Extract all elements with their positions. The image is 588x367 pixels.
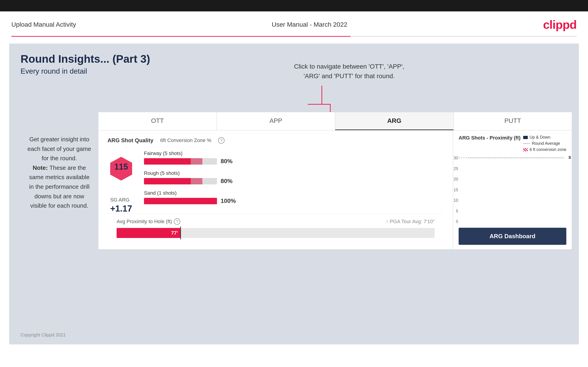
legend-square-updown	[523, 136, 528, 139]
hex-badge: 115	[107, 155, 135, 179]
bar-fill-fairway	[144, 158, 202, 165]
bar-pct-sand: 100%	[221, 197, 237, 204]
left-description: Get greater insight into each facet of y…	[27, 135, 91, 211]
hex-bars-container: 115 SG ARG +1.17 Fairway (5 shots)	[107, 150, 444, 214]
legend-label-conversion: 6 ft conversion zone	[530, 147, 566, 152]
bar-chart-area: 8	[468, 158, 564, 158]
sg-label: SG ARG	[110, 197, 132, 203]
bar-wrapper-fairway: 80%	[144, 158, 444, 165]
proximity-cursor	[180, 226, 181, 239]
legend-label-updown: Up & Down	[530, 135, 550, 140]
bar-wrapper-sand: 100%	[144, 197, 444, 204]
bar-row-rough: Rough (5 shots) 80%	[144, 170, 444, 185]
arrow-horizontal	[308, 104, 331, 105]
chart-header: ARG Shots - Proximity (ft) Up & Down Rou…	[459, 135, 566, 152]
bar-track-sand	[144, 198, 217, 204]
bar-pct-rough: 80%	[221, 178, 237, 185]
right-panel: ARG Shots - Proximity (ft) Up & Down Rou…	[453, 130, 572, 249]
header-divider	[11, 36, 577, 37]
chart-legend: Up & Down Round Average 6 ft conversion …	[523, 135, 566, 152]
tab-ott[interactable]: OTT	[98, 112, 217, 130]
legend-dashed-line	[523, 143, 530, 144]
bar-track-fairway	[144, 158, 217, 165]
legend-item-round-avg: Round Average	[523, 141, 566, 146]
proximity-value: 77'	[171, 230, 178, 236]
bar-fill-rough	[144, 178, 202, 184]
bar-label-rough: Rough (5 shots)	[144, 170, 444, 176]
bar-track-rough	[144, 178, 217, 184]
dashed-line-value: 8	[569, 155, 571, 160]
bar-label-sand: Sand (1 shots)	[144, 190, 444, 196]
bar-label-fairway: Fairway (5 shots)	[144, 150, 444, 156]
pga-avg: ↑ PGA Tour Avg: 7'10"	[386, 219, 435, 225]
arrow-vertical	[321, 86, 322, 104]
proximity-bar-fill: 77'	[117, 228, 180, 238]
bar-wrapper-rough: 80%	[144, 178, 444, 185]
sg-value: +1.17	[110, 204, 132, 214]
tab-bar: OTT APP ARG PUTT	[98, 112, 572, 130]
proximity-label: Avg Proximity to Hole (ft) ?	[117, 218, 180, 225]
main-content: Round Insights... (Part 3) Every round i…	[9, 43, 579, 344]
tab-putt[interactable]: PUTT	[454, 112, 572, 130]
chart-y-labels: 30 25 20 15 10 5 0	[450, 156, 458, 224]
proximity-section: Avg Proximity to Hole (ft) ? ↑ PGA Tour …	[107, 214, 444, 242]
header: Upload Manual Activity User Manual - Mar…	[0, 11, 588, 36]
left-panel: ARG Shot Quality 6ft Conversion Zone % ?…	[98, 130, 453, 249]
bar-row-fairway: Fairway (5 shots) 80%	[144, 150, 444, 165]
panel-content: ARG Shot Quality 6ft Conversion Zone % ?…	[98, 130, 572, 249]
dashed-avg-line: 8	[459, 158, 564, 158]
user-manual-date: User Manual - March 2022	[272, 21, 347, 28]
nav-hint: Click to navigate between 'OTT', 'APP', …	[294, 62, 405, 81]
upload-manual-label: Upload Manual Activity	[11, 21, 76, 28]
top-bar	[0, 0, 588, 11]
bar-row-sand: Sand (1 shots) 100%	[144, 190, 444, 204]
clippd-logo: clippd	[543, 18, 577, 32]
proximity-header: Avg Proximity to Hole (ft) ? ↑ PGA Tour …	[117, 218, 435, 225]
bar-pct-fairway: 80%	[221, 158, 237, 165]
chart-container: 30 25 20 15 10 5 0	[459, 156, 566, 224]
legend-hatched-box	[523, 148, 528, 151]
shot-quality-label: ARG Shot Quality	[107, 137, 153, 144]
arg-dashboard-button[interactable]: ARG Dashboard	[459, 228, 566, 245]
shot-bars: Fairway (5 shots) 80%	[144, 150, 444, 210]
main-panel: OTT APP ARG PUTT ARG Shot Quality 6ft Co…	[98, 112, 572, 250]
panel-header-row: ARG Shot Quality 6ft Conversion Zone % ?	[107, 137, 444, 144]
tab-app[interactable]: APP	[217, 112, 335, 130]
hex-number: 115	[114, 162, 128, 172]
bar-fill-sand	[144, 198, 217, 204]
proximity-bar-track: 77'	[117, 228, 435, 238]
tab-arg[interactable]: ARG	[335, 112, 454, 130]
footer-copyright: Copyright Clippd 2021	[21, 332, 66, 338]
chart-title: ARG Shots - Proximity (ft)	[459, 135, 520, 141]
legend-label-round-avg: Round Average	[532, 141, 560, 146]
legend-item-updown: Up & Down	[523, 135, 566, 140]
info-icon[interactable]: ?	[218, 137, 225, 144]
proximity-info-icon[interactable]: ?	[174, 218, 180, 225]
note-label: Note:	[33, 164, 48, 171]
legend-item-conversion: 6 ft conversion zone	[523, 147, 566, 152]
conversion-zone-label: 6ft Conversion Zone %	[160, 137, 211, 143]
